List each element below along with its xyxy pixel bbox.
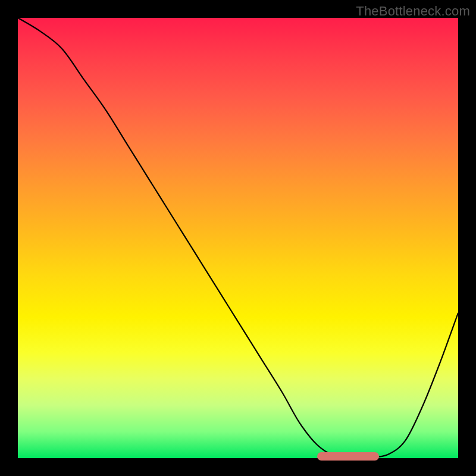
chart-highlight-segment bbox=[317, 452, 379, 461]
watermark-text: TheBottleneck.com bbox=[356, 4, 470, 19]
chart-curve bbox=[18, 18, 458, 458]
